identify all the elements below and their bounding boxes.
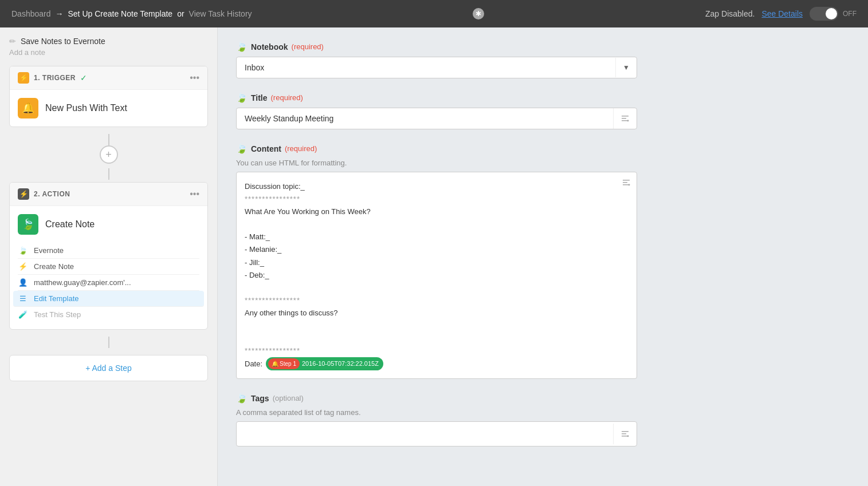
- action-app-icon: 🍃: [18, 214, 38, 235]
- sub-item-edit-template-label: Edit Template: [34, 294, 79, 303]
- right-panel: 🍃 Notebook (required) Inbox ▼ 🍃 Title (r…: [218, 27, 868, 486]
- tags-action-icon[interactable]: [613, 424, 637, 444]
- content-label: 🍃 Content (required): [236, 143, 850, 154]
- content-line-1: Discussion topic:_: [245, 180, 629, 193]
- tags-section: 🍃 Tags (optional) A comma separated list…: [236, 393, 850, 447]
- content-line-3: Any other things to discuss?: [245, 307, 629, 319]
- notebook-label-text: Notebook: [251, 42, 288, 52]
- svg-point-5: [627, 120, 629, 121]
- left-panel: ✏ Save Notes to Evernote Add a note ⚡ 1.…: [0, 27, 218, 486]
- tags-input[interactable]: [237, 424, 613, 444]
- add-note-label[interactable]: Add a note: [9, 48, 208, 57]
- notebook-value[interactable]: Inbox: [237, 57, 615, 78]
- connector-top: +: [9, 132, 208, 182]
- sub-item-test-label: Test This Step: [34, 310, 81, 319]
- title-section: 🍃 Title (required): [236, 92, 850, 129]
- content-help-text: You can use HTML for formatting.: [236, 159, 850, 167]
- title-input[interactable]: [237, 108, 613, 129]
- content-stars-1: ****************: [245, 193, 629, 206]
- sub-item-edit-template[interactable]: ☰ Edit Template: [13, 291, 204, 307]
- step-badge-icon: 🔔: [272, 359, 278, 369]
- add-step-button[interactable]: + Add a Step: [9, 355, 208, 381]
- sub-item-create-note[interactable]: ⚡ Create Note: [18, 259, 199, 275]
- zap-toggle-wrapper: OFF: [810, 7, 857, 21]
- sub-item-test-step[interactable]: 🧪 Test This Step: [18, 307, 199, 322]
- notebook-label: 🍃 Notebook (required): [236, 41, 850, 52]
- content-action-icon[interactable]: [622, 178, 631, 189]
- zap-name-row: ✏ Save Notes to Evernote: [9, 37, 208, 46]
- content-label-text: Content: [251, 144, 281, 153]
- content-textarea-wrapper: Discussion topic:_ **************** What…: [236, 172, 637, 379]
- test-icon: 🧪: [18, 310, 28, 319]
- content-body[interactable]: Discussion topic:_ **************** What…: [237, 172, 637, 378]
- connector-line-b: [108, 337, 109, 348]
- connector-bottom: [9, 334, 208, 350]
- content-line-melanie: - Melanie:_: [245, 243, 629, 256]
- sub-item-evernote-label: Evernote: [34, 246, 64, 255]
- tags-label: 🍃 Tags (optional): [236, 393, 850, 404]
- content-line-deb: - Deb:_: [245, 269, 629, 282]
- svg-rect-7: [623, 182, 627, 183]
- trigger-label: 1. TRIGGER: [34, 74, 76, 82]
- action-icon: ⚡: [18, 188, 29, 200]
- pencil-icon: ✏: [9, 37, 16, 46]
- content-section: 🍃 Content (required) You can use HTML fo…: [236, 143, 850, 379]
- trigger-menu-button[interactable]: •••: [190, 73, 199, 83]
- add-between-steps-button[interactable]: +: [100, 145, 118, 164]
- zap-name: Save Notes to Evernote: [21, 37, 105, 46]
- title-action-icon[interactable]: [613, 108, 637, 129]
- bolt-icon: ⚡: [18, 262, 28, 271]
- content-line-jill: - Jill:_: [245, 256, 629, 269]
- svg-rect-12: [622, 436, 627, 437]
- svg-rect-8: [623, 184, 629, 185]
- zap-toggle-switch[interactable]: [810, 7, 838, 21]
- tags-input-wrapper: [236, 421, 637, 447]
- trigger-body: 🔔 New Push With Text: [10, 90, 207, 127]
- content-stars-3: ****************: [245, 345, 629, 357]
- zap-title-section: ✏ Save Notes to Evernote Add a note: [9, 37, 208, 57]
- trigger-icon: ⚡: [18, 72, 29, 84]
- svg-rect-2: [622, 116, 629, 117]
- evernote-icon: 🍃: [18, 246, 28, 255]
- content-format-icon: [622, 178, 631, 187]
- see-details-link[interactable]: See Details: [761, 9, 803, 18]
- trigger-check-icon: ✓: [80, 73, 87, 82]
- title-label-text: Title: [251, 93, 268, 102]
- connector-line-top: [108, 134, 109, 145]
- step-badge-inner: 🔔 Step 1: [268, 358, 300, 369]
- action-header-left: ⚡ 2. ACTION: [18, 188, 70, 200]
- action-menu-button[interactable]: •••: [190, 189, 199, 199]
- zapier-logo-icon: ✱: [472, 7, 485, 21]
- trigger-block: ⚡ 1. TRIGGER ✓ ••• 🔔 New Push With Text: [9, 66, 208, 127]
- notebook-input-wrapper: Inbox ▼: [236, 57, 637, 78]
- svg-rect-11: [622, 433, 626, 434]
- title-input-wrapper: [236, 108, 637, 129]
- header-or-label: or: [177, 9, 184, 18]
- content-line-2: What Are You Working on This Week?: [245, 206, 629, 218]
- toggle-label: OFF: [843, 10, 857, 18]
- sub-item-account[interactable]: 👤 matthew.guay@zapier.com'...: [18, 275, 199, 291]
- sub-item-account-label: matthew.guay@zapier.com'...: [34, 278, 131, 287]
- title-evernote-icon: 🍃: [236, 92, 248, 103]
- content-required: (required): [285, 144, 317, 153]
- dashboard-link[interactable]: Dashboard: [11, 9, 51, 18]
- notebook-dropdown-button[interactable]: ▼: [615, 58, 637, 77]
- date-step-badge[interactable]: 🔔 Step 1 2016-10-05T07:32:22.015Z: [266, 357, 383, 370]
- zap-status-text: Zap Disabled.: [705, 9, 755, 18]
- header-arrow: →: [56, 9, 64, 18]
- content-line-matt: - Matt:_: [245, 231, 629, 243]
- action-block: ⚡ 2. ACTION ••• 🍃 Create Note 🍃 Evernote…: [9, 182, 208, 330]
- toggle-knob: [826, 8, 837, 19]
- title-label: 🍃 Title (required): [236, 92, 850, 103]
- task-history-link[interactable]: View Task History: [189, 9, 252, 18]
- trigger-app-icon: 🔔: [18, 98, 38, 118]
- connector-line-bottom: [108, 168, 109, 180]
- notebook-section: 🍃 Notebook (required) Inbox ▼: [236, 41, 850, 78]
- content-stars-2: ****************: [245, 294, 629, 307]
- header-left: Dashboard → Set Up Create Note Template …: [11, 9, 252, 18]
- person-icon: 👤: [18, 278, 28, 287]
- trigger-header-left: ⚡ 1. TRIGGER ✓: [18, 72, 87, 84]
- sub-item-evernote[interactable]: 🍃 Evernote: [18, 243, 199, 259]
- action-header: ⚡ 2. ACTION •••: [10, 183, 207, 206]
- list-icon: ☰: [18, 294, 28, 303]
